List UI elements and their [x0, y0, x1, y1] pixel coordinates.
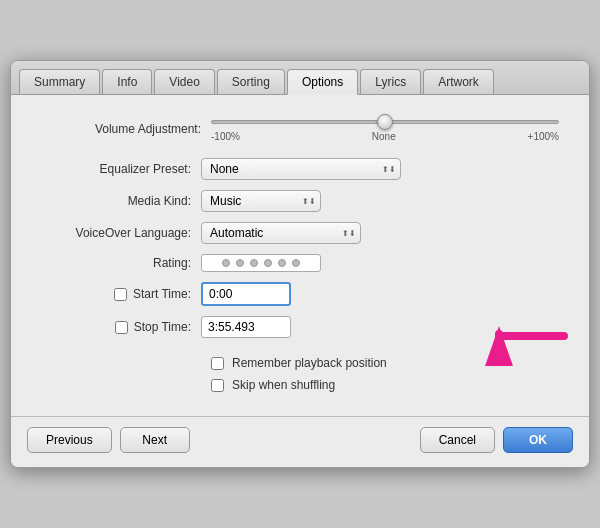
remember-playback-label[interactable]: Remember playback position	[232, 356, 387, 370]
tab-summary[interactable]: Summary	[19, 69, 100, 94]
slider-max-label: +100%	[528, 131, 559, 142]
voiceover-label: VoiceOver Language:	[41, 226, 201, 240]
tab-lyrics[interactable]: Lyrics	[360, 69, 421, 94]
tab-artwork[interactable]: Artwork	[423, 69, 494, 94]
volume-slider-container: -100% None +100%	[211, 115, 559, 142]
rating-label: Rating:	[41, 256, 201, 270]
skip-shuffling-checkbox[interactable]	[211, 379, 224, 392]
tab-info[interactable]: Info	[102, 69, 152, 94]
media-kind-row: Media Kind: Music	[41, 190, 559, 212]
rating-dot-6[interactable]	[292, 259, 300, 267]
stop-time-checkbox[interactable]	[115, 321, 128, 334]
skip-shuffling-row: Skip when shuffling	[41, 378, 559, 392]
tab-options[interactable]: Options	[287, 69, 358, 95]
remember-playback-row: Remember playback position	[41, 356, 559, 370]
previous-button[interactable]: Previous	[27, 427, 112, 453]
voiceover-select-wrapper: Automatic	[201, 222, 361, 244]
equalizer-select[interactable]: None	[201, 158, 401, 180]
slider-labels: -100% None +100%	[211, 131, 559, 142]
rating-dot-5[interactable]	[278, 259, 286, 267]
equalizer-label: Equalizer Preset:	[41, 162, 201, 176]
equalizer-control: None	[201, 158, 401, 180]
stop-time-row: Stop Time:	[41, 316, 559, 338]
start-time-text: Start Time:	[133, 287, 191, 301]
media-kind-select[interactable]: Music	[201, 190, 321, 212]
start-time-checkbox[interactable]	[114, 288, 127, 301]
rating-dot-4[interactable]	[264, 259, 272, 267]
stop-time-label: Stop Time:	[41, 320, 201, 334]
stop-time-text: Stop Time:	[134, 320, 191, 334]
rating-row: Rating:	[41, 254, 559, 272]
voiceover-select[interactable]: Automatic	[201, 222, 361, 244]
media-kind-select-wrapper: Music	[201, 190, 321, 212]
volume-slider-thumb[interactable]	[377, 114, 393, 130]
nav-buttons: Previous Next	[27, 427, 190, 453]
start-time-control	[201, 282, 291, 306]
action-buttons: Cancel OK	[420, 427, 573, 453]
rating-dots[interactable]	[201, 254, 321, 272]
tab-sorting[interactable]: Sorting	[217, 69, 285, 94]
slider-line	[211, 120, 559, 124]
spacer1	[41, 348, 559, 356]
form-area: Volume Adjustment: -100% None +100%	[41, 115, 559, 392]
tab-video[interactable]: Video	[154, 69, 214, 94]
volume-row: Volume Adjustment: -100% None +100%	[41, 115, 559, 142]
slider-min-label: -100%	[211, 131, 240, 142]
voiceover-row: VoiceOver Language: Automatic	[41, 222, 559, 244]
start-time-input[interactable]	[201, 282, 291, 306]
volume-label: Volume Adjustment:	[41, 122, 201, 136]
tab-bar: Summary Info Video Sorting Options Lyric…	[11, 61, 589, 95]
options-content: Volume Adjustment: -100% None +100%	[11, 95, 589, 416]
start-time-label: Start Time:	[41, 287, 201, 301]
bottom-bar: Previous Next Cancel OK	[11, 416, 589, 467]
voiceover-control: Automatic	[201, 222, 361, 244]
next-button[interactable]: Next	[120, 427, 190, 453]
skip-shuffling-label[interactable]: Skip when shuffling	[232, 378, 335, 392]
cancel-button[interactable]: Cancel	[420, 427, 495, 453]
media-kind-label: Media Kind:	[41, 194, 201, 208]
rating-dot-3[interactable]	[250, 259, 258, 267]
stop-time-input[interactable]	[201, 316, 291, 338]
volume-slider-track[interactable]	[211, 115, 559, 129]
remember-playback-checkbox[interactable]	[211, 357, 224, 370]
stop-time-control	[201, 316, 291, 338]
equalizer-select-wrapper: None	[201, 158, 401, 180]
rating-control	[201, 254, 321, 272]
rating-dot-2[interactable]	[236, 259, 244, 267]
equalizer-row: Equalizer Preset: None	[41, 158, 559, 180]
ok-button[interactable]: OK	[503, 427, 573, 453]
media-kind-control: Music	[201, 190, 321, 212]
start-time-row: Start Time:	[41, 282, 559, 306]
rating-dot-1[interactable]	[222, 259, 230, 267]
dialog-window: Summary Info Video Sorting Options Lyric…	[10, 60, 590, 468]
slider-mid-label: None	[372, 131, 396, 142]
